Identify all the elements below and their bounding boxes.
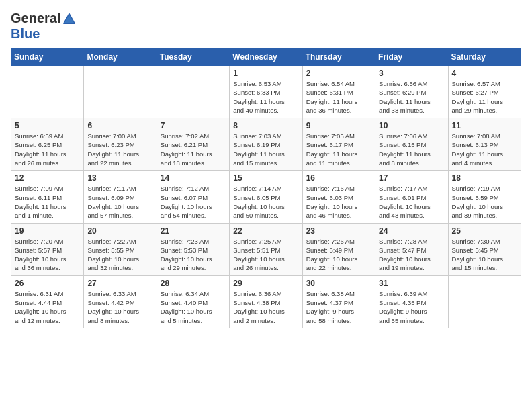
weekday-header-tuesday: Tuesday [157,49,229,66]
calendar-week-4: 19Sunrise: 7:20 AMSunset: 5:57 PMDayligh… [11,223,521,275]
weekday-header-wednesday: Wednesday [230,49,302,66]
day-info: Sunrise: 7:25 AMSunset: 5:51 PMDaylight:… [233,237,298,273]
day-number: 25 [452,226,517,236]
weekday-header-friday: Friday [375,49,448,66]
day-info: Sunrise: 6:53 AMSunset: 6:33 PMDaylight:… [233,79,298,115]
day-info: Sunrise: 6:56 AMSunset: 6:29 PMDaylight:… [379,79,444,115]
day-number: 15 [233,173,298,183]
day-info: Sunrise: 6:38 AMSunset: 4:37 PMDaylight:… [306,289,371,325]
calendar-cell: 16Sunrise: 7:16 AMSunset: 6:03 PMDayligh… [302,171,375,223]
calendar-cell: 21Sunrise: 7:23 AMSunset: 5:53 PMDayligh… [157,223,229,275]
weekday-header-saturday: Saturday [448,49,521,66]
day-info: Sunrise: 6:54 AMSunset: 6:31 PMDaylight:… [306,79,371,115]
day-info: Sunrise: 7:30 AMSunset: 5:45 PMDaylight:… [452,237,517,273]
day-number: 7 [161,121,226,130]
day-number: 11 [452,121,517,130]
day-number: 13 [87,173,152,183]
day-info: Sunrise: 7:11 AMSunset: 6:09 PMDaylight:… [87,184,152,220]
day-number: 26 [15,279,80,288]
day-info: Sunrise: 7:14 AMSunset: 6:05 PMDaylight:… [233,184,298,220]
day-info: Sunrise: 7:02 AMSunset: 6:21 PMDaylight:… [161,132,226,167]
calendar-cell: 30Sunrise: 6:38 AMSunset: 4:37 PMDayligh… [302,275,375,328]
calendar-cell [11,66,84,118]
day-info: Sunrise: 7:03 AMSunset: 6:19 PMDaylight:… [233,132,298,167]
calendar-cell: 22Sunrise: 7:25 AMSunset: 5:51 PMDayligh… [230,223,302,275]
day-info: Sunrise: 6:57 AMSunset: 6:27 PMDaylight:… [452,79,517,115]
day-number: 4 [452,68,517,78]
day-info: Sunrise: 7:17 AMSunset: 6:01 PMDaylight:… [379,184,444,220]
calendar-cell: 9Sunrise: 7:05 AMSunset: 6:17 PMDaylight… [302,118,375,171]
day-number: 9 [306,121,371,130]
logo: General Blue [11,11,77,42]
calendar-cell: 7Sunrise: 7:02 AMSunset: 6:21 PMDaylight… [157,118,229,171]
calendar-cell: 28Sunrise: 6:34 AMSunset: 4:40 PMDayligh… [157,275,229,328]
day-info: Sunrise: 6:31 AMSunset: 4:44 PMDaylight:… [15,289,80,325]
day-info: Sunrise: 7:26 AMSunset: 5:49 PMDaylight:… [306,237,371,273]
calendar-cell [157,66,229,118]
day-info: Sunrise: 7:23 AMSunset: 5:53 PMDaylight:… [161,237,226,273]
day-number: 21 [161,226,226,236]
day-number: 10 [379,121,444,130]
calendar-cell [84,66,157,118]
calendar-cell: 13Sunrise: 7:11 AMSunset: 6:09 PMDayligh… [84,171,157,223]
calendar-cell: 31Sunrise: 6:39 AMSunset: 4:35 PMDayligh… [375,275,448,328]
calendar-cell: 15Sunrise: 7:14 AMSunset: 6:05 PMDayligh… [230,171,302,223]
calendar-cell: 19Sunrise: 7:20 AMSunset: 5:57 PMDayligh… [11,223,84,275]
day-info: Sunrise: 7:09 AMSunset: 6:11 PMDaylight:… [15,184,80,220]
calendar-cell: 23Sunrise: 7:26 AMSunset: 5:49 PMDayligh… [302,223,375,275]
calendar-cell: 11Sunrise: 7:08 AMSunset: 6:13 PMDayligh… [448,118,521,171]
calendar-cell: 1Sunrise: 6:53 AMSunset: 6:33 PMDaylight… [230,66,302,118]
day-number: 5 [15,121,80,130]
calendar-cell: 10Sunrise: 7:06 AMSunset: 6:15 PMDayligh… [375,118,448,171]
calendar-cell: 20Sunrise: 7:22 AMSunset: 5:55 PMDayligh… [84,223,157,275]
day-number: 6 [87,121,152,130]
day-info: Sunrise: 7:28 AMSunset: 5:47 PMDaylight:… [379,237,444,273]
day-number: 20 [87,226,152,236]
header: General Blue [11,11,521,42]
calendar-week-5: 26Sunrise: 6:31 AMSunset: 4:44 PMDayligh… [11,275,521,328]
day-number: 3 [379,68,444,78]
day-info: Sunrise: 6:33 AMSunset: 4:42 PMDaylight:… [87,289,152,325]
calendar-cell: 27Sunrise: 6:33 AMSunset: 4:42 PMDayligh… [84,275,157,328]
calendar-cell: 18Sunrise: 7:19 AMSunset: 5:59 PMDayligh… [448,171,521,223]
logo-blue: Blue [11,26,40,41]
calendar-cell: 17Sunrise: 7:17 AMSunset: 6:01 PMDayligh… [375,171,448,223]
calendar-cell: 4Sunrise: 6:57 AMSunset: 6:27 PMDaylight… [448,66,521,118]
calendar-cell: 12Sunrise: 7:09 AMSunset: 6:11 PMDayligh… [11,171,84,223]
day-number: 28 [161,279,226,288]
day-number: 30 [306,279,371,288]
day-number: 31 [379,279,444,288]
day-info: Sunrise: 6:36 AMSunset: 4:38 PMDaylight:… [233,289,298,325]
day-info: Sunrise: 7:22 AMSunset: 5:55 PMDaylight:… [87,237,152,273]
day-number: 17 [379,173,444,183]
calendar-table: SundayMondayTuesdayWednesdayThursdayFrid… [11,48,521,328]
day-number: 1 [233,68,298,78]
logo-icon [62,11,77,26]
calendar-cell: 5Sunrise: 6:59 AMSunset: 6:25 PMDaylight… [11,118,84,171]
day-info: Sunrise: 7:05 AMSunset: 6:17 PMDaylight:… [306,132,371,167]
day-info: Sunrise: 7:19 AMSunset: 5:59 PMDaylight:… [452,184,517,220]
calendar-cell: 24Sunrise: 7:28 AMSunset: 5:47 PMDayligh… [375,223,448,275]
day-info: Sunrise: 7:08 AMSunset: 6:13 PMDaylight:… [452,132,517,167]
calendar-cell: 29Sunrise: 6:36 AMSunset: 4:38 PMDayligh… [230,275,302,328]
calendar-week-1: 1Sunrise: 6:53 AMSunset: 6:33 PMDaylight… [11,66,521,118]
day-info: Sunrise: 7:00 AMSunset: 6:23 PMDaylight:… [87,132,152,167]
day-number: 23 [306,226,371,236]
day-number: 27 [87,279,152,288]
weekday-header-monday: Monday [84,49,157,66]
day-number: 2 [306,68,371,78]
calendar-week-3: 12Sunrise: 7:09 AMSunset: 6:11 PMDayligh… [11,171,521,223]
day-info: Sunrise: 7:16 AMSunset: 6:03 PMDaylight:… [306,184,371,220]
calendar-cell: 3Sunrise: 6:56 AMSunset: 6:29 PMDaylight… [375,66,448,118]
day-number: 22 [233,226,298,236]
calendar-cell: 8Sunrise: 7:03 AMSunset: 6:19 PMDaylight… [230,118,302,171]
day-info: Sunrise: 6:39 AMSunset: 4:35 PMDaylight:… [379,289,444,325]
day-number: 16 [306,173,371,183]
day-number: 19 [15,226,80,236]
day-info: Sunrise: 7:20 AMSunset: 5:57 PMDaylight:… [15,237,80,273]
day-info: Sunrise: 6:59 AMSunset: 6:25 PMDaylight:… [15,132,80,167]
calendar-cell: 25Sunrise: 7:30 AMSunset: 5:45 PMDayligh… [448,223,521,275]
calendar-cell: 14Sunrise: 7:12 AMSunset: 6:07 PMDayligh… [157,171,229,223]
day-number: 8 [233,121,298,130]
day-number: 18 [452,173,517,183]
